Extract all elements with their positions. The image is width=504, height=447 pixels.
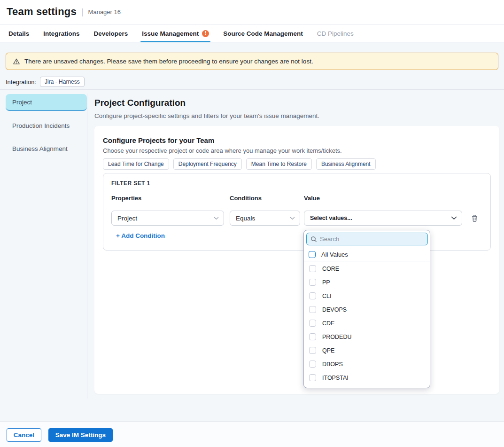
option-dbops[interactable]: DBOPS: [304, 357, 430, 371]
option-devops[interactable]: DEVOPS: [304, 303, 430, 316]
integration-label: Integration:: [6, 78, 36, 86]
chip-deployment-frequency[interactable]: Deployment Frequency: [173, 158, 242, 170]
title-separator: |: [81, 7, 84, 17]
option-prodedu[interactable]: PRODEDU: [304, 330, 430, 344]
page-header: Team settings | Manager 16: [0, 0, 504, 24]
option-pipe[interactable]: PIPE: [304, 384, 430, 388]
tab-integrations[interactable]: Integrations: [36, 25, 86, 42]
checkbox[interactable]: [309, 292, 316, 299]
sidebar-item-business-alignment[interactable]: Business Alignment: [6, 140, 87, 157]
option-core[interactable]: CORE: [304, 262, 430, 275]
tab-source-code-management[interactable]: Source Code Management: [216, 25, 310, 42]
value-dropdown-panel: All Values CORE PP CLI DEVOPS CDE PRODED…: [303, 230, 430, 388]
section-subtitle: Configure project-specific settings and …: [94, 112, 319, 119]
value-column-label: Value: [304, 195, 320, 202]
tab-cd-pipelines: CD Pipelines: [310, 25, 361, 42]
all-values-checkbox[interactable]: [309, 251, 316, 258]
integration-chip[interactable]: Jira - Harness: [40, 77, 85, 87]
card-subtitle: Choose your respective project or code a…: [103, 147, 342, 154]
chevron-down-icon: [451, 216, 457, 220]
checkbox[interactable]: [309, 388, 316, 388]
warning-triangle-icon: [13, 58, 20, 65]
properties-column-label: Properties: [111, 195, 141, 202]
property-select[interactable]: Project: [111, 211, 224, 226]
settings-tabbar: Details Integrations Developers Issue Ma…: [0, 24, 504, 42]
checkbox[interactable]: [309, 279, 316, 286]
checkbox[interactable]: [309, 320, 316, 327]
tab-details[interactable]: Details: [1, 25, 36, 42]
tab-issue-management[interactable]: Issue Management !: [135, 25, 216, 42]
dropdown-options-list: CORE PP CLI DEVOPS CDE PRODEDU QPE DBOPS…: [304, 262, 430, 388]
page-title: Team settings: [7, 6, 77, 18]
chip-lead-time-for-change[interactable]: Lead Time for Change: [103, 158, 169, 170]
team-context-label: Manager 16: [88, 8, 121, 16]
option-itopstai[interactable]: ITOPSTAI: [304, 371, 430, 384]
checkbox[interactable]: [309, 374, 316, 381]
option-all-values[interactable]: All Values: [304, 248, 430, 261]
tab-developers[interactable]: Developers: [87, 25, 135, 42]
save-im-settings-button[interactable]: Save IM Settings: [48, 428, 113, 442]
sidebar-item-production-incidents[interactable]: Production Incidents: [6, 117, 87, 134]
chip-mean-time-to-restore[interactable]: Mean Time to Restore: [246, 158, 312, 170]
condition-select[interactable]: Equals: [230, 211, 300, 226]
checkbox[interactable]: [309, 333, 316, 340]
checkbox[interactable]: [309, 361, 316, 368]
conditions-column-label: Conditions: [230, 195, 262, 202]
chip-business-alignment[interactable]: Business Alignment: [316, 158, 376, 170]
filter-set-title: FILTER SET 1: [111, 180, 150, 187]
add-condition-button[interactable]: + Add Condition: [116, 232, 165, 239]
banner-text: There are unsaved changes. Please save t…: [24, 58, 313, 65]
chevron-down-icon: [214, 217, 219, 220]
search-icon: [310, 236, 317, 243]
chevron-down-icon: [290, 217, 295, 220]
option-cde[interactable]: CDE: [304, 316, 430, 330]
unsaved-changes-badge-icon: !: [202, 30, 209, 37]
option-qpe[interactable]: QPE: [304, 344, 430, 357]
metric-chips-row: Lead Time for Change Deployment Frequenc…: [103, 158, 376, 170]
cancel-button[interactable]: Cancel: [7, 428, 41, 442]
dropdown-search[interactable]: [306, 233, 428, 245]
checkbox[interactable]: [309, 265, 316, 272]
integration-row: Integration: Jira - Harness: [6, 77, 85, 87]
search-input[interactable]: [320, 235, 424, 243]
checkbox[interactable]: [309, 306, 316, 313]
page-title-row: Team settings | Manager 16: [7, 6, 121, 18]
sidebar-divider: [87, 94, 87, 399]
card-title: Configure Projects for your Team: [103, 136, 214, 144]
section-title: Project Configuration: [94, 98, 186, 108]
option-pp[interactable]: PP: [304, 275, 430, 289]
divider: [0, 89, 504, 90]
unsaved-changes-banner: There are unsaved changes. Please save t…: [6, 53, 498, 70]
checkbox[interactable]: [309, 347, 316, 354]
delete-filter-icon[interactable]: [470, 213, 479, 223]
option-cli[interactable]: CLI: [304, 289, 430, 303]
value-multiselect[interactable]: Select values...: [304, 211, 462, 226]
sidebar-item-project[interactable]: Project: [6, 94, 87, 111]
